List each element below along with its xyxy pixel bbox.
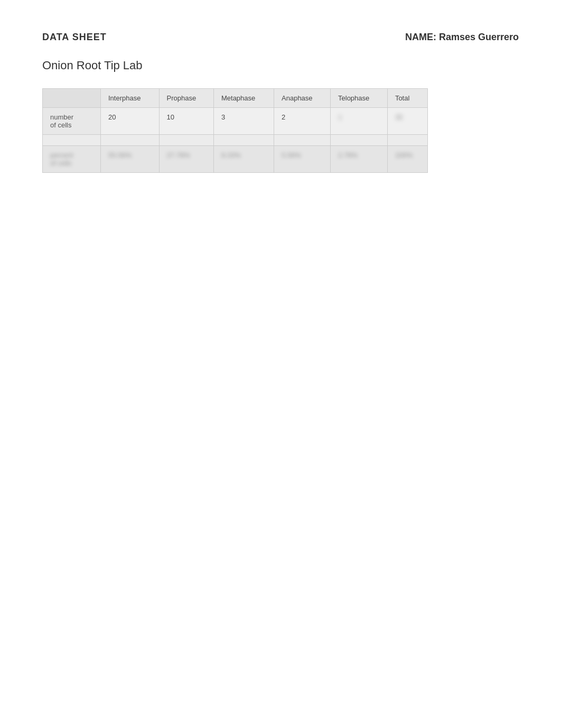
empty-header-cell [43, 89, 101, 108]
cell-metaphase-pct: 8.33% [213, 146, 274, 173]
cell-total-count: 36 [387, 108, 427, 135]
cell-total-pct: 100% [387, 146, 427, 173]
table-row: numberof cells 20 10 3 2 1 36 [43, 108, 428, 135]
col-header-interphase: Interphase [101, 89, 160, 108]
table-row-spacer [43, 135, 428, 146]
data-sheet-label: DATA SHEET [42, 32, 107, 43]
data-table-wrapper: Interphase Prophase Metaphase Anaphase T… [42, 88, 428, 173]
col-header-metaphase: Metaphase [213, 89, 274, 108]
cell-metaphase-count: 3 [213, 108, 274, 135]
cell-anaphase-pct: 5.56% [274, 146, 331, 173]
col-header-telophase: Telophase [331, 89, 388, 108]
page-header: DATA SHEET NAME: Ramses Guerrero [42, 32, 519, 43]
cell-anaphase-count: 2 [274, 108, 331, 135]
cell-interphase-count: 20 [101, 108, 160, 135]
cell-interphase-pct: 55.56% [101, 146, 160, 173]
name-label: NAME: Ramses Guerrero [405, 32, 519, 43]
col-header-prophase: Prophase [159, 89, 213, 108]
col-header-anaphase: Anaphase [274, 89, 331, 108]
table-row: percentof cells 55.56% 27.78% 8.33% 5.56… [43, 146, 428, 173]
page-subtitle: Onion Root Tip Lab [42, 59, 519, 72]
cell-prophase-count: 10 [159, 108, 213, 135]
cell-prophase-pct: 27.78% [159, 146, 213, 173]
cell-telophase-pct: 2.78% [331, 146, 388, 173]
col-header-total: Total [387, 89, 427, 108]
row-label-cells: numberof cells [43, 108, 101, 135]
data-table: Interphase Prophase Metaphase Anaphase T… [42, 88, 428, 173]
row-label-percent: percentof cells [43, 146, 101, 173]
cell-telophase-count: 1 [331, 108, 388, 135]
table-header-row: Interphase Prophase Metaphase Anaphase T… [43, 89, 428, 108]
